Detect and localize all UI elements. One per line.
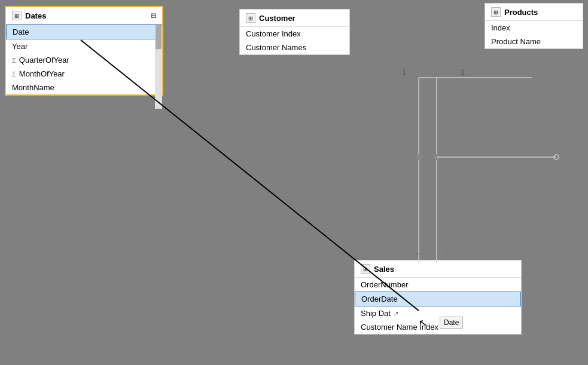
dates-field-list: Date Year Σ QuarterOfYear Σ MonthOfYear … (6, 24, 162, 94)
sales-table-header: ⊞ Sales (355, 260, 521, 278)
dates-monthofyear-label: MonthOfYear (19, 69, 65, 78)
customer-index-label: Customer Index (246, 29, 301, 38)
dates-table[interactable]: ⊞ Dates ⊟ Date Year Σ QuarterOfYear Σ Mo… (5, 6, 163, 96)
ship-date-external-icon: ↗ (394, 310, 398, 317)
dates-field-date[interactable]: Date (6, 24, 162, 39)
customer-table-icon: ⊞ (246, 13, 255, 23)
customer-names-label: Customer Names (246, 43, 306, 52)
customer-table-title: Customer (259, 14, 295, 23)
many-star-1: * (416, 250, 419, 260)
connector-dot-1 (416, 154, 422, 160)
connector-dot-3 (554, 155, 559, 160)
dates-field-quarterofyear[interactable]: Σ QuarterOfYear (6, 53, 162, 67)
products-field-list: Index Product Name (485, 21, 583, 48)
products-table-icon: ⊞ (491, 7, 501, 17)
customer-field-index[interactable]: Customer Index (240, 27, 349, 41)
dates-quarterofyear-label: QuarterOfYear (19, 56, 69, 65)
sigma-icon-2: Σ (12, 70, 16, 78)
customer-field-names[interactable]: Customer Names (240, 41, 349, 54)
many-star-3: * (446, 250, 449, 260)
dates-collapse-icon[interactable]: ⊟ (151, 12, 156, 20)
connector-dot-2 (434, 154, 440, 160)
sales-orderdate-label: OrderDate (361, 295, 398, 303)
dates-scrollbar-thumb[interactable] (156, 25, 162, 49)
dates-year-label: Year (12, 42, 28, 51)
sales-table[interactable]: ⊞ Sales OrderNumber OrderDate Ship Dat↗ … (354, 260, 522, 335)
dates-table-icon: ⊞ (12, 11, 22, 20)
sigma-icon-1: Σ (12, 57, 16, 64)
customer-table-header: ⊞ Customer (240, 10, 349, 27)
relation-1-right: 1 (461, 68, 465, 76)
sales-field-list: OrderNumber OrderDate Ship Dat↗ Customer… (355, 278, 521, 334)
products-field-index[interactable]: Index (485, 21, 583, 35)
products-productname-label: Product Name (491, 37, 541, 46)
products-table[interactable]: ⊞ Products Index Product Name (485, 3, 583, 49)
dates-date-label: Date (13, 27, 29, 36)
customer-field-list: Customer Index Customer Names (240, 27, 349, 54)
sales-shipdate-label: Ship Dat (361, 309, 391, 318)
sales-field-ordernumber[interactable]: OrderNumber (355, 278, 521, 292)
customer-table[interactable]: ⊞ Customer Customer Index Customer Names (239, 9, 350, 55)
products-table-header: ⊞ Products (485, 4, 583, 21)
sales-customernameindex-label: Customer Name Index (361, 323, 438, 332)
dates-monthname-label: MonthName (12, 83, 54, 92)
relation-1-left: 1 (402, 68, 406, 76)
dates-table-title: Dates (25, 11, 46, 20)
sales-table-title: Sales (374, 265, 394, 274)
products-index-label: Index (491, 23, 510, 32)
products-table-title: Products (504, 8, 538, 17)
dates-table-header: ⊞ Dates ⊟ (6, 7, 162, 24)
dates-scrollbar[interactable] (155, 25, 162, 109)
sales-field-customernameindex[interactable]: Customer Name Index (355, 320, 521, 334)
sales-table-icon: ⊞ (361, 264, 370, 274)
dates-field-monthname[interactable]: MonthName (6, 81, 162, 94)
many-star-2: * (431, 250, 434, 260)
dates-field-year[interactable]: Year (6, 39, 162, 53)
dates-field-monthofyear[interactable]: Σ MonthOfYear (6, 67, 162, 81)
sales-ordernumber-label: OrderNumber (361, 280, 408, 289)
sales-field-shipdate[interactable]: Ship Dat↗ (355, 306, 521, 320)
sales-field-orderdate[interactable]: OrderDate (355, 292, 521, 306)
products-field-productname[interactable]: Product Name (485, 35, 583, 48)
